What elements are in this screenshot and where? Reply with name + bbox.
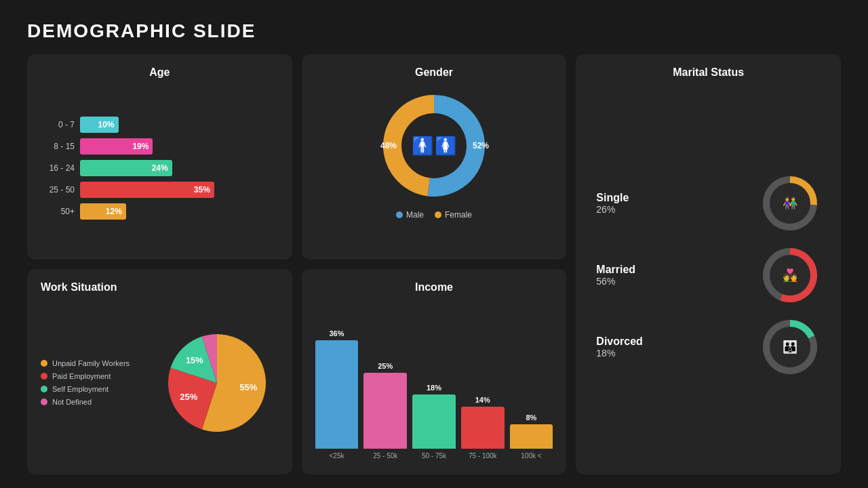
age-bar: 10% — [80, 117, 119, 133]
income-label: 100k < — [521, 452, 541, 460]
age-row-label: 16 - 24 — [47, 163, 75, 173]
marital-icon: 💑 — [783, 268, 797, 283]
age-chart: 0 - 7 10% 8 - 15 19% 16 - 24 24% 25 - 50… — [41, 88, 279, 247]
age-bar-container: 24% — [80, 160, 272, 176]
work-legend-label: Unpaid Family Workers — [52, 359, 130, 367]
age-bar: 35% — [80, 182, 214, 198]
page-title: DEMOGRAPHIC SLIDE — [27, 20, 841, 42]
work-pie-label: 25% — [180, 392, 198, 402]
income-bar — [510, 424, 553, 449]
work-legend-dot — [41, 373, 47, 380]
work-pie-label: 55% — [240, 382, 258, 392]
age-pct: 12% — [106, 207, 122, 216]
marital-donut: 💑 — [760, 245, 821, 306]
age-bar: 24% — [80, 160, 172, 176]
marital-name: Divorced — [596, 336, 642, 348]
age-card: Age 0 - 7 10% 8 - 15 19% 16 - 24 24% 25 … — [27, 54, 292, 260]
age-title: Age — [149, 66, 170, 79]
income-bar-group: 8% 100k < — [510, 413, 553, 460]
marital-text: Single 26% — [596, 192, 629, 215]
work-legend-label: Self Employment — [52, 385, 108, 393]
marital-title: Marital Status — [673, 66, 744, 79]
work-legend-label: Paid Employment — [52, 372, 111, 380]
main-grid: Age 0 - 7 10% 8 - 15 19% 16 - 24 24% 25 … — [27, 54, 841, 474]
work-legend: Unpaid Family WorkersPaid EmploymentSelf… — [41, 359, 149, 406]
income-bar-group: 18% 50 - 75k — [412, 384, 456, 460]
marital-item: Divorced 18% 👪 — [589, 317, 827, 378]
gender-legend: MaleFemale — [396, 210, 472, 220]
marital-pct: 18% — [596, 348, 642, 359]
female-icon: 🚺 — [435, 136, 456, 157]
work-legend-item: Not Defined — [41, 398, 149, 406]
age-bar: 19% — [80, 138, 153, 155]
gender-card: Gender 🚹 🚺 48% 52% MaleFemale — [302, 54, 567, 260]
income-label: 50 - 75k — [422, 452, 446, 460]
work-legend-dot — [41, 360, 47, 367]
marital-icon: 👪 — [783, 340, 797, 354]
legend-dot — [435, 211, 441, 218]
marital-icon: 👫 — [783, 196, 797, 211]
marital-pct: 56% — [596, 276, 635, 287]
work-legend-item: Unpaid Family Workers — [41, 359, 149, 367]
age-bar-container: 19% — [80, 138, 272, 155]
age-pct: 10% — [98, 120, 115, 129]
income-bar-group: 25% 25 - 50k — [363, 362, 407, 460]
age-row-label: 8 - 15 — [47, 142, 75, 151]
age-row: 0 - 7 10% — [47, 117, 272, 133]
legend-label: Female — [445, 210, 472, 220]
income-bar — [363, 373, 407, 449]
age-row: 8 - 15 19% — [47, 138, 272, 155]
income-chart: 36% <25k 25% 25 - 50k 18% 50 - 75k 14% 7… — [315, 303, 553, 462]
marital-pct: 26% — [596, 204, 629, 215]
income-label: 75 - 100k — [469, 452, 497, 460]
age-bar: 12% — [80, 203, 126, 220]
work-pie: 55%25%15% — [156, 329, 279, 437]
marital-text: Married 56% — [596, 264, 635, 287]
marital-name: Married — [596, 264, 635, 276]
work-legend-dot — [41, 399, 47, 405]
marital-card: Marital Status Single 26% 👫 Married 56% — [576, 54, 841, 474]
income-pct: 18% — [427, 384, 441, 392]
work-legend-dot — [41, 386, 47, 392]
gender-legend-item: Male — [396, 210, 424, 220]
legend-label: Male — [406, 210, 424, 220]
age-pct: 24% — [152, 163, 168, 173]
legend-dot — [396, 211, 403, 218]
income-title: Income — [415, 281, 453, 293]
income-pct: 14% — [475, 396, 490, 404]
work-legend-item: Paid Employment — [41, 372, 149, 380]
work-pie-svg: 55%25%15% — [163, 329, 271, 437]
male-icon: 🚹 — [412, 136, 433, 157]
work-legend-item: Self Employment — [41, 385, 149, 393]
gender-icons: 🚹 🚺 — [412, 136, 456, 157]
age-bar-container: 10% — [80, 117, 272, 133]
marital-donut: 👫 — [760, 173, 821, 234]
marital-list: Single 26% 👫 Married 56% 💑 — [589, 88, 827, 462]
page: DEMOGRAPHIC SLIDE Age 0 - 7 10% 8 - 15 1… — [0, 0, 868, 488]
gender-legend-item: Female — [435, 210, 472, 220]
gender-title: Gender — [415, 66, 453, 79]
work-title: Work Situation — [41, 281, 117, 293]
age-row-label: 0 - 7 — [47, 120, 75, 129]
age-bar-container: 12% — [80, 203, 272, 220]
age-pct: 35% — [194, 185, 210, 195]
age-row: 50+ 12% — [47, 203, 272, 220]
income-bar — [461, 407, 505, 449]
marital-name: Single — [596, 192, 629, 204]
income-pct: 36% — [330, 329, 344, 338]
age-pct: 19% — [132, 142, 149, 151]
work-legend-label: Not Defined — [52, 398, 92, 406]
income-bar-group: 36% <25k — [315, 329, 359, 460]
marital-text: Divorced 18% — [596, 336, 642, 359]
age-row-label: 50+ — [47, 207, 75, 216]
income-label: 25 - 50k — [373, 452, 397, 460]
marital-item: Single 26% 👫 — [589, 173, 827, 234]
age-row: 16 - 24 24% — [47, 160, 272, 176]
age-bar-container: 35% — [80, 182, 272, 198]
income-pct: 8% — [526, 413, 537, 422]
marital-item: Married 56% 💑 — [589, 245, 827, 306]
work-content: Unpaid Family WorkersPaid EmploymentSelf… — [41, 303, 279, 462]
gender-donut-wrapper: 🚹 🚺 48% 52% — [376, 88, 492, 203]
work-pie-label: 15% — [186, 354, 203, 365]
income-card: Income 36% <25k 25% 25 - 50k 18% 50 - 75… — [302, 269, 567, 474]
